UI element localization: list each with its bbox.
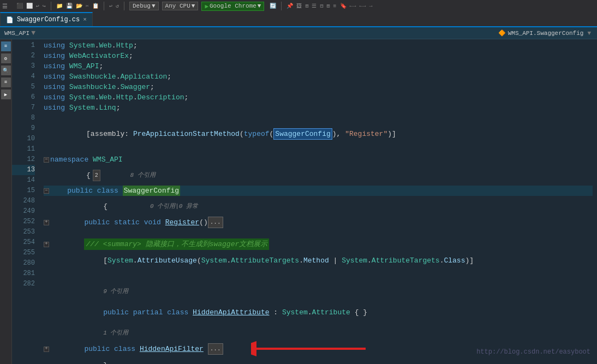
tab-filename: SwaggerConfig.cs	[17, 16, 80, 23]
code-line-15: + public static void Register()...	[44, 217, 593, 228]
tab-swaggerconfig[interactable]: 📄 SwaggerConfig.cs ×	[0, 12, 93, 26]
titlebar: ☰ ⬛ ⬜ ↩ ↪ 📁 💾 📂 ✂ 📋 ↩ ↺ Debug ▼ Any CPU …	[0, 0, 597, 12]
code-line-5: using Swashbuckle.Swagger;	[44, 82, 593, 92]
ref-count-9: 9 个引用	[103, 287, 128, 297]
cpu-dropdown-arrow-icon: ▼	[192, 3, 195, 9]
cpu-dropdown[interactable]: Any CPU ▼	[162, 2, 199, 10]
code-line-14: { 0 个引用|0 异常	[44, 196, 593, 217]
chrome-dropdown-arrow-icon: ▼	[258, 3, 261, 9]
class-icon: 🔶	[498, 29, 506, 37]
code-line-9: [assembly: PreApplicationStartMethod(typ…	[44, 123, 593, 144]
title-menu[interactable]: ☰	[2, 3, 8, 10]
code-area[interactable]: using System.Web.Http; using WebActivato…	[39, 39, 597, 364]
code-line-2: using WebActivatorEx;	[44, 51, 593, 61]
separator1	[51, 2, 51, 10]
code-line-253	[44, 271, 593, 281]
collapse-btn-249[interactable]: +	[44, 242, 49, 247]
code-line-13: − public class SwaggerConfig	[44, 186, 593, 196]
code-line-254: 9 个引用	[44, 281, 593, 302]
sidebar-icon-1[interactable]: ≡	[1, 41, 11, 51]
code-line-249: + /// <summary> 隐藏接口，不生成到swagger文档展示	[44, 238, 593, 250]
chrome-dropdown[interactable]: ▶ Google Chrome ▼	[201, 2, 264, 11]
code-line-11: −namespace WMS_API	[44, 154, 593, 165]
ref-count-1: 1 个引用	[103, 328, 128, 338]
tab-close-button[interactable]: ×	[83, 16, 87, 23]
code-line-4: using Swashbuckle.Application;	[44, 71, 593, 82]
path-project: WMS_API	[4, 30, 29, 37]
tab-file-icon: 📄	[6, 16, 14, 23]
expand-register[interactable]: ...	[208, 217, 223, 228]
path-class: WMS_API.SwaggerConfig	[508, 30, 584, 37]
path-right: 🔶 WMS_API.SwaggerConfig ▼	[498, 29, 593, 37]
code-line-7: using System.Linq;	[44, 103, 593, 113]
expand-hiddenapi[interactable]: ...	[208, 343, 223, 355]
separator3	[124, 2, 124, 10]
code-line-6: using System.Web.Http.Description;	[44, 92, 593, 103]
line-numbers: 1 2 3 4 5 6 7 8 9 10 11 12 13 14 15 248 …	[12, 39, 39, 364]
title-controls: ☰ ⬛ ⬜ ↩ ↪	[2, 2, 46, 10]
collapse-btn-11[interactable]: −	[44, 157, 49, 163]
sidebar-icon-5[interactable]: ▶	[1, 89, 11, 99]
watermark: http://blog.csdn.net/easyboot	[476, 347, 590, 357]
ref-count-0-10: 0 个引用|0 异常	[150, 201, 198, 212]
code-line-1: using System.Web.Http;	[44, 40, 593, 51]
code-line-252: [System.AttributeUsage(System.AttributeT…	[44, 250, 593, 271]
sidebar-icon-2[interactable]: ⚙	[1, 53, 11, 63]
pathbar: WMS_API ▼ 🔶 WMS_API.SwaggerConfig ▼	[0, 27, 597, 39]
editor: ≡ ⚙ 🔍 ≡ ▶ 1 2 3 4 5 6 7 8 9 10 11 12 13 …	[0, 39, 597, 364]
collapse-btn-255[interactable]: +	[44, 347, 49, 352]
sidebar-icon-3[interactable]: 🔍	[1, 65, 11, 75]
code-line-248	[44, 228, 593, 238]
code-line-3: using WMS_API;	[44, 61, 593, 71]
code-line-254b: public partial class HiddenApiAttribute …	[44, 302, 593, 323]
collapse-btn-13[interactable]: −	[44, 188, 49, 194]
sidebar-icon-4[interactable]: ≡	[1, 77, 11, 87]
sidebar: ≡ ⚙ 🔍 ≡ ▶	[0, 39, 12, 364]
tabbar: 📄 SwaggerConfig.cs ×	[0, 12, 597, 27]
reference-badge-2[interactable]: 2	[93, 170, 100, 181]
code-line-12: { 2 8 个引用	[44, 165, 593, 186]
ref-count-8: 8 个引用	[130, 170, 155, 181]
code-line-8	[44, 113, 593, 123]
play-icon: ▶	[205, 3, 208, 10]
separator2	[104, 2, 104, 10]
debug-dropdown[interactable]: Debug ▼	[129, 2, 159, 10]
code-line-255-ref: 1 个引用	[44, 323, 593, 343]
code-line-10	[44, 144, 593, 154]
separator4	[281, 2, 282, 10]
collapse-btn-15[interactable]: +	[44, 220, 49, 225]
arrow-annotation	[251, 341, 371, 356]
dropdown-arrow-icon: ▼	[152, 3, 156, 9]
